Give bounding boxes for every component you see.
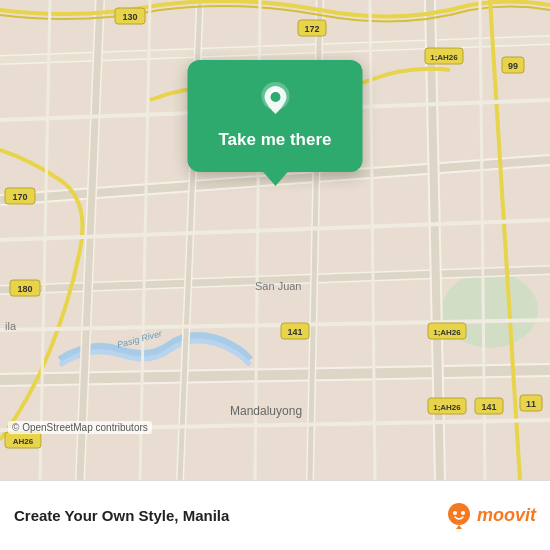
svg-text:11: 11 (526, 399, 536, 409)
popup-label: Take me there (218, 130, 331, 150)
svg-point-59 (270, 92, 280, 102)
svg-text:172: 172 (304, 24, 319, 34)
svg-text:170: 170 (12, 192, 27, 202)
svg-text:141: 141 (481, 402, 496, 412)
map-attribution: © OpenStreetMap contributors (8, 421, 152, 434)
location-pin-icon (253, 78, 297, 122)
location-name: Create Your Own Style, Manila (14, 507, 445, 524)
svg-text:180: 180 (17, 284, 32, 294)
svg-text:1;AH26: 1;AH26 (430, 53, 458, 62)
popup-card[interactable]: Take me there (188, 60, 363, 172)
svg-text:Mandaluyong: Mandaluyong (230, 404, 302, 418)
svg-text:San Juan: San Juan (255, 280, 301, 292)
moovit-logo: moovit (445, 502, 536, 530)
bottom-bar: Create Your Own Style, Manila moovit (0, 480, 550, 550)
svg-text:1;AH26: 1;AH26 (433, 328, 461, 337)
svg-text:141: 141 (287, 327, 302, 337)
moovit-icon (445, 502, 473, 530)
svg-text:130: 130 (122, 12, 137, 22)
svg-point-60 (448, 503, 470, 525)
svg-point-61 (453, 511, 457, 515)
map-container: 130 172 1;AH26 99 130 170 180 141 1;AH26… (0, 0, 550, 480)
svg-point-62 (461, 511, 465, 515)
svg-text:99: 99 (508, 61, 518, 71)
svg-text:AH26: AH26 (13, 437, 34, 446)
moovit-text: moovit (477, 505, 536, 526)
svg-text:1;AH26: 1;AH26 (433, 403, 461, 412)
svg-text:ila: ila (5, 320, 17, 332)
